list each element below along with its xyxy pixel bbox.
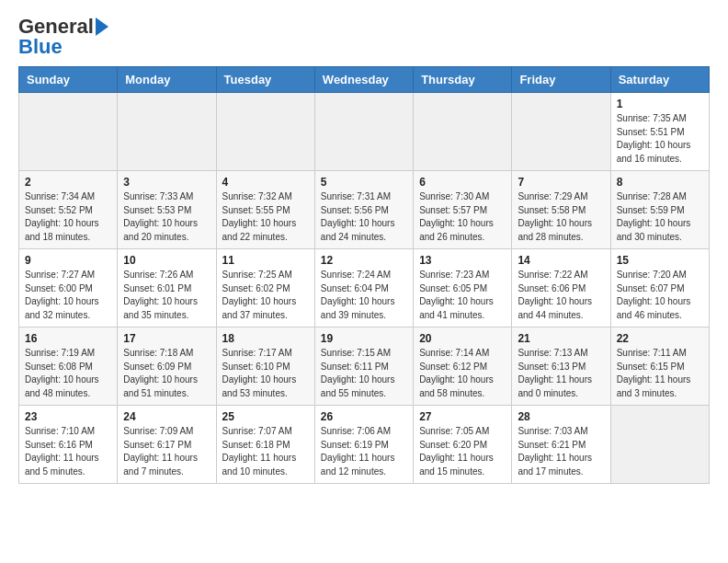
calendar-cell: 4Sunrise: 7:32 AM Sunset: 5:55 PM Daylig… bbox=[216, 171, 314, 249]
day-number: 23 bbox=[25, 410, 111, 423]
day-info: Sunrise: 7:09 AM Sunset: 6:17 PM Dayligh… bbox=[123, 425, 210, 478]
calendar-cell: 10Sunrise: 7:26 AM Sunset: 6:01 PM Dayli… bbox=[118, 249, 216, 327]
day-number: 5 bbox=[321, 176, 407, 189]
calendar-header-row: SundayMondayTuesdayWednesdayThursdayFrid… bbox=[19, 67, 710, 93]
day-number: 28 bbox=[518, 410, 604, 423]
calendar-day-header: Monday bbox=[118, 67, 216, 93]
day-number: 8 bbox=[617, 176, 703, 189]
calendar-cell bbox=[118, 93, 216, 171]
calendar-cell: 17Sunrise: 7:18 AM Sunset: 6:09 PM Dayli… bbox=[118, 327, 216, 406]
calendar-cell: 24Sunrise: 7:09 AM Sunset: 6:17 PM Dayli… bbox=[118, 406, 216, 484]
calendar-week-row: 9Sunrise: 7:27 AM Sunset: 6:00 PM Daylig… bbox=[19, 249, 710, 327]
calendar-cell: 13Sunrise: 7:23 AM Sunset: 6:05 PM Dayli… bbox=[414, 249, 512, 327]
calendar-day-header: Friday bbox=[512, 67, 610, 93]
calendar-cell: 5Sunrise: 7:31 AM Sunset: 5:56 PM Daylig… bbox=[314, 171, 413, 249]
calendar-cell: 18Sunrise: 7:17 AM Sunset: 6:10 PM Dayli… bbox=[216, 327, 314, 406]
day-number: 25 bbox=[222, 410, 309, 423]
calendar-week-row: 2Sunrise: 7:34 AM Sunset: 5:52 PM Daylig… bbox=[19, 171, 710, 249]
day-info: Sunrise: 7:06 AM Sunset: 6:19 PM Dayligh… bbox=[321, 425, 407, 478]
day-number: 12 bbox=[321, 254, 407, 267]
day-info: Sunrise: 7:26 AM Sunset: 6:01 PM Dayligh… bbox=[123, 269, 210, 322]
calendar-day-header: Tuesday bbox=[216, 67, 314, 93]
day-info: Sunrise: 7:27 AM Sunset: 6:00 PM Dayligh… bbox=[25, 269, 111, 322]
calendar-week-row: 23Sunrise: 7:10 AM Sunset: 6:16 PM Dayli… bbox=[19, 406, 710, 484]
header: General Blue bbox=[18, 17, 710, 57]
calendar-cell: 1Sunrise: 7:35 AM Sunset: 5:51 PM Daylig… bbox=[610, 93, 709, 171]
day-number: 22 bbox=[617, 332, 703, 345]
page: General Blue SundayMondayTuesdayWednesda… bbox=[0, 0, 728, 500]
calendar-cell bbox=[512, 93, 610, 171]
day-info: Sunrise: 7:32 AM Sunset: 5:55 PM Dayligh… bbox=[222, 190, 309, 244]
day-number: 16 bbox=[25, 332, 111, 345]
day-number: 9 bbox=[25, 254, 111, 267]
day-info: Sunrise: 7:17 AM Sunset: 6:10 PM Dayligh… bbox=[222, 347, 309, 400]
day-number: 14 bbox=[518, 254, 604, 267]
day-number: 1 bbox=[617, 98, 703, 110]
day-number: 18 bbox=[222, 332, 309, 345]
calendar-cell: 3Sunrise: 7:33 AM Sunset: 5:53 PM Daylig… bbox=[118, 171, 216, 249]
day-info: Sunrise: 7:13 AM Sunset: 6:13 PM Dayligh… bbox=[518, 347, 604, 400]
calendar-cell: 15Sunrise: 7:20 AM Sunset: 6:07 PM Dayli… bbox=[610, 249, 709, 327]
calendar-cell bbox=[610, 406, 709, 484]
day-info: Sunrise: 7:33 AM Sunset: 5:53 PM Dayligh… bbox=[123, 190, 210, 244]
calendar-cell: 7Sunrise: 7:29 AM Sunset: 5:58 PM Daylig… bbox=[512, 171, 610, 249]
calendar-cell: 25Sunrise: 7:07 AM Sunset: 6:18 PM Dayli… bbox=[216, 406, 314, 484]
calendar-day-header: Wednesday bbox=[314, 67, 413, 93]
calendar-cell: 21Sunrise: 7:13 AM Sunset: 6:13 PM Dayli… bbox=[512, 327, 610, 406]
day-info: Sunrise: 7:23 AM Sunset: 6:05 PM Dayligh… bbox=[419, 269, 506, 322]
day-number: 6 bbox=[419, 176, 506, 189]
day-info: Sunrise: 7:29 AM Sunset: 5:58 PM Dayligh… bbox=[518, 190, 604, 244]
day-info: Sunrise: 7:03 AM Sunset: 6:21 PM Dayligh… bbox=[518, 425, 604, 478]
day-number: 19 bbox=[321, 332, 407, 345]
calendar-cell: 22Sunrise: 7:11 AM Sunset: 6:15 PM Dayli… bbox=[610, 327, 709, 406]
day-number: 24 bbox=[123, 410, 210, 423]
day-number: 11 bbox=[222, 254, 309, 267]
calendar-cell: 27Sunrise: 7:05 AM Sunset: 6:20 PM Dayli… bbox=[414, 406, 512, 484]
day-info: Sunrise: 7:10 AM Sunset: 6:16 PM Dayligh… bbox=[25, 425, 111, 478]
day-info: Sunrise: 7:24 AM Sunset: 6:04 PM Dayligh… bbox=[321, 269, 407, 322]
calendar-week-row: 16Sunrise: 7:19 AM Sunset: 6:08 PM Dayli… bbox=[19, 327, 710, 406]
calendar-cell: 28Sunrise: 7:03 AM Sunset: 6:21 PM Dayli… bbox=[512, 406, 610, 484]
day-info: Sunrise: 7:28 AM Sunset: 5:59 PM Dayligh… bbox=[617, 190, 703, 244]
calendar-cell: 11Sunrise: 7:25 AM Sunset: 6:02 PM Dayli… bbox=[216, 249, 314, 327]
calendar-week-row: 1Sunrise: 7:35 AM Sunset: 5:51 PM Daylig… bbox=[19, 93, 710, 171]
day-info: Sunrise: 7:11 AM Sunset: 6:15 PM Dayligh… bbox=[617, 347, 703, 400]
day-info: Sunrise: 7:25 AM Sunset: 6:02 PM Dayligh… bbox=[222, 269, 309, 322]
day-info: Sunrise: 7:30 AM Sunset: 5:57 PM Dayligh… bbox=[419, 190, 506, 244]
calendar-cell: 8Sunrise: 7:28 AM Sunset: 5:59 PM Daylig… bbox=[610, 171, 709, 249]
day-number: 4 bbox=[222, 176, 309, 189]
day-info: Sunrise: 7:20 AM Sunset: 6:07 PM Dayligh… bbox=[617, 269, 703, 322]
calendar-table: SundayMondayTuesdayWednesdayThursdayFrid… bbox=[18, 66, 710, 484]
day-info: Sunrise: 7:05 AM Sunset: 6:20 PM Dayligh… bbox=[419, 425, 506, 478]
calendar-cell bbox=[19, 93, 118, 171]
day-number: 13 bbox=[419, 254, 506, 267]
day-number: 20 bbox=[419, 332, 506, 345]
calendar-cell: 9Sunrise: 7:27 AM Sunset: 6:00 PM Daylig… bbox=[19, 249, 118, 327]
day-number: 7 bbox=[518, 176, 604, 189]
day-info: Sunrise: 7:07 AM Sunset: 6:18 PM Dayligh… bbox=[222, 425, 309, 478]
calendar-cell: 14Sunrise: 7:22 AM Sunset: 6:06 PM Dayli… bbox=[512, 249, 610, 327]
calendar-day-header: Saturday bbox=[610, 67, 709, 93]
calendar-cell bbox=[216, 93, 314, 171]
calendar-cell: 6Sunrise: 7:30 AM Sunset: 5:57 PM Daylig… bbox=[414, 171, 512, 249]
day-info: Sunrise: 7:18 AM Sunset: 6:09 PM Dayligh… bbox=[123, 347, 210, 400]
day-info: Sunrise: 7:22 AM Sunset: 6:06 PM Dayligh… bbox=[518, 269, 604, 322]
logo-general-text: General bbox=[18, 17, 94, 37]
day-info: Sunrise: 7:35 AM Sunset: 5:51 PM Dayligh… bbox=[617, 112, 703, 166]
logo-blue-text: Blue bbox=[18, 37, 63, 57]
calendar-cell: 16Sunrise: 7:19 AM Sunset: 6:08 PM Dayli… bbox=[19, 327, 118, 406]
day-number: 17 bbox=[123, 332, 210, 345]
calendar-day-header: Sunday bbox=[19, 67, 118, 93]
day-number: 10 bbox=[123, 254, 210, 267]
calendar-cell: 23Sunrise: 7:10 AM Sunset: 6:16 PM Dayli… bbox=[19, 406, 118, 484]
day-info: Sunrise: 7:31 AM Sunset: 5:56 PM Dayligh… bbox=[321, 190, 407, 244]
logo: General Blue bbox=[18, 17, 108, 57]
day-number: 27 bbox=[419, 410, 506, 423]
calendar-cell: 26Sunrise: 7:06 AM Sunset: 6:19 PM Dayli… bbox=[314, 406, 413, 484]
calendar-cell: 12Sunrise: 7:24 AM Sunset: 6:04 PM Dayli… bbox=[314, 249, 413, 327]
day-number: 26 bbox=[321, 410, 407, 423]
day-number: 3 bbox=[123, 176, 210, 189]
calendar-cell bbox=[414, 93, 512, 171]
day-info: Sunrise: 7:15 AM Sunset: 6:11 PM Dayligh… bbox=[321, 347, 407, 400]
calendar-cell: 19Sunrise: 7:15 AM Sunset: 6:11 PM Dayli… bbox=[314, 327, 413, 406]
